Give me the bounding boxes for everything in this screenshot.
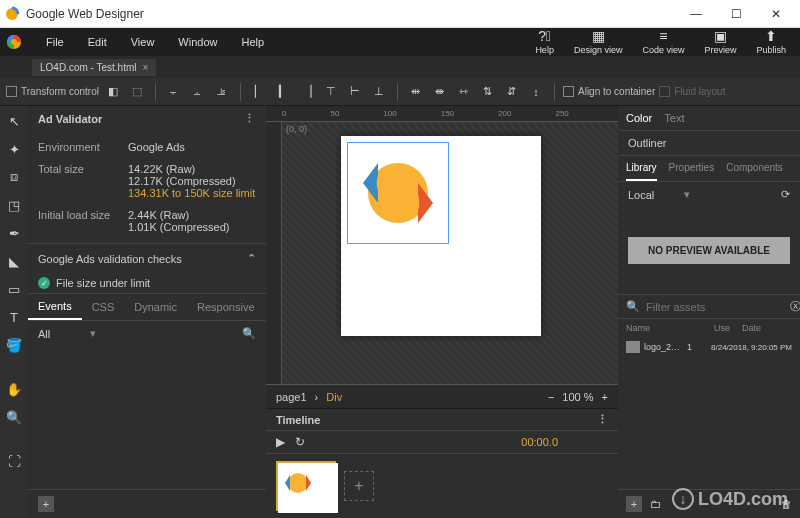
outliner-header[interactable]: Outliner	[618, 130, 800, 155]
tab-color[interactable]: Color	[626, 110, 652, 126]
tab-events[interactable]: Events	[28, 294, 82, 320]
zoom-tool[interactable]: 🔍	[3, 406, 25, 428]
tab-dynamic[interactable]: Dynamic	[124, 295, 187, 319]
coord-readout: (0, 0)	[286, 124, 307, 134]
total-raw: 14.22K (Raw)	[128, 163, 256, 175]
add-keyframe-button[interactable]: +	[344, 471, 374, 501]
tab-text[interactable]: Text	[664, 110, 684, 126]
events-filter-select[interactable]: All	[38, 328, 50, 340]
zoom-out-button[interactable]: −	[548, 391, 554, 403]
panel-menu-icon[interactable]: ⋮	[244, 112, 256, 125]
tab-library[interactable]: Library	[626, 156, 657, 181]
tab-properties[interactable]: Properties	[669, 156, 715, 181]
timeline-title: Timeline	[276, 414, 320, 426]
fluid-layout-checkbox[interactable]: Fluid layout	[659, 86, 725, 97]
text-tool[interactable]: T	[3, 306, 25, 328]
refresh-icon[interactable]: ⟳	[781, 188, 790, 201]
app-icon	[4, 6, 20, 22]
help-icon: ?⃝	[538, 29, 551, 43]
publish-button[interactable]: ⬆Publish	[746, 29, 796, 55]
preview-button[interactable]: ▣Preview	[694, 29, 746, 55]
dist-h1[interactable]: ⇹	[406, 82, 426, 102]
align-top[interactable]: ⫟	[164, 82, 184, 102]
col-date[interactable]: Date	[742, 323, 792, 333]
align-right[interactable]: ▕	[297, 82, 317, 102]
transform-control-checkbox[interactable]: Transform control	[6, 86, 99, 97]
dist-h3[interactable]: ⇿	[454, 82, 474, 102]
ad-validator-header[interactable]: Ad Validator ⋮	[28, 106, 266, 131]
selection-tool[interactable]: ↖	[3, 110, 25, 132]
dist-v3[interactable]: ↕	[526, 82, 546, 102]
asset-row[interactable]: logo_256px_ob.png 1 8/24/2018, 9:20:05 P…	[618, 337, 800, 357]
validation-checks-header[interactable]: Google Ads validation checks⌃	[28, 243, 266, 273]
new-folder-icon[interactable]: 🗀	[650, 498, 661, 510]
align-middle[interactable]: ⫠	[188, 82, 208, 102]
tab-responsive[interactable]: Responsive	[187, 295, 264, 319]
keyframe-1[interactable]	[276, 461, 336, 511]
publish-icon: ⬆	[765, 29, 777, 43]
help-button[interactable]: ?⃝Help	[525, 29, 564, 55]
fill-tool[interactable]: 🪣	[3, 334, 25, 356]
align-t[interactable]: ⊤	[321, 82, 341, 102]
menu-edit[interactable]: Edit	[76, 36, 119, 48]
play-button[interactable]: ▶	[276, 435, 285, 449]
menu-file[interactable]: File	[34, 36, 76, 48]
menu-help[interactable]: Help	[229, 36, 276, 48]
timeline-menu-icon[interactable]: ⋮	[597, 413, 608, 426]
align-hcenter[interactable]: ▎	[273, 82, 293, 102]
align-b[interactable]: ⊥	[369, 82, 389, 102]
asset-use: 1	[687, 342, 707, 352]
menu-window[interactable]: Window	[166, 36, 229, 48]
close-button[interactable]: ✕	[756, 0, 796, 28]
canvas[interactable]: (0, 0)	[266, 122, 618, 384]
options-toolbar: Transform control ◧ ⬚ ⫟ ⫠ ⫡ ▏ ▎ ▕ ⊤ ⊢ ⊥ …	[0, 78, 800, 106]
maximize-button[interactable]: ☐	[716, 0, 756, 28]
align-m[interactable]: ⊢	[345, 82, 365, 102]
dist-h2[interactable]: ⇼	[430, 82, 450, 102]
element-tool[interactable]: ◳	[3, 194, 25, 216]
transform-tool-1[interactable]: ◧	[103, 82, 123, 102]
code-view-button[interactable]: ≡Code view	[632, 29, 694, 55]
dist-v2[interactable]: ⇵	[502, 82, 522, 102]
document-tab[interactable]: LO4D.com - Test.html ×	[32, 59, 156, 76]
align-bottom[interactable]: ⫡	[212, 82, 232, 102]
tag-tool[interactable]: ◣	[3, 250, 25, 272]
dist-v1[interactable]: ⇅	[478, 82, 498, 102]
tab-css[interactable]: CSS	[82, 295, 125, 319]
dropdown-icon[interactable]: ▾	[684, 188, 690, 201]
pen-tool[interactable]: ✒	[3, 222, 25, 244]
stage[interactable]	[341, 136, 541, 336]
col-use[interactable]: Use	[714, 323, 742, 333]
shape-tool[interactable]: ▭	[3, 278, 25, 300]
dropdown-icon[interactable]: ▾	[90, 327, 96, 340]
library-source-select[interactable]: Local	[628, 189, 654, 201]
3d-tool[interactable]: ⧈	[3, 166, 25, 188]
minimize-button[interactable]: —	[676, 0, 716, 28]
align-container-checkbox[interactable]: Align to container	[563, 86, 655, 97]
menu-view[interactable]: View	[119, 36, 167, 48]
total-size-label: Total size	[38, 163, 128, 199]
filter-assets-input[interactable]	[646, 301, 784, 313]
hand-tool[interactable]: ✋	[3, 378, 25, 400]
motion-path-tool[interactable]: ✦	[3, 138, 25, 160]
selected-element[interactable]	[347, 142, 449, 244]
zoom-value: 100 %	[562, 391, 593, 403]
zoom-in-button[interactable]: +	[602, 391, 608, 403]
transform-tool-2[interactable]: ⬚	[127, 82, 147, 102]
page-label[interactable]: page1	[276, 391, 307, 403]
loop-button[interactable]: ↻	[295, 435, 305, 449]
canvas-area: 050100150200250 (0, 0) page1 › Div − 100…	[266, 106, 618, 518]
expand-tool[interactable]: ⛶	[3, 450, 25, 472]
events-search-icon[interactable]: 🔍	[242, 327, 256, 340]
tab-components[interactable]: Components	[726, 156, 783, 181]
breadcrumb-element[interactable]: Div	[326, 391, 342, 403]
clear-filter-icon[interactable]: ⓧ	[790, 299, 800, 314]
design-view-button[interactable]: ▦Design view	[564, 29, 633, 55]
add-event-button[interactable]: +	[38, 496, 54, 512]
tab-close-icon[interactable]: ×	[143, 62, 149, 73]
add-asset-button[interactable]: +	[626, 496, 642, 512]
asset-name: logo_256px_ob.png	[644, 342, 683, 352]
app-logo-icon	[4, 32, 24, 52]
col-name[interactable]: Name	[626, 323, 714, 333]
align-left[interactable]: ▏	[249, 82, 269, 102]
